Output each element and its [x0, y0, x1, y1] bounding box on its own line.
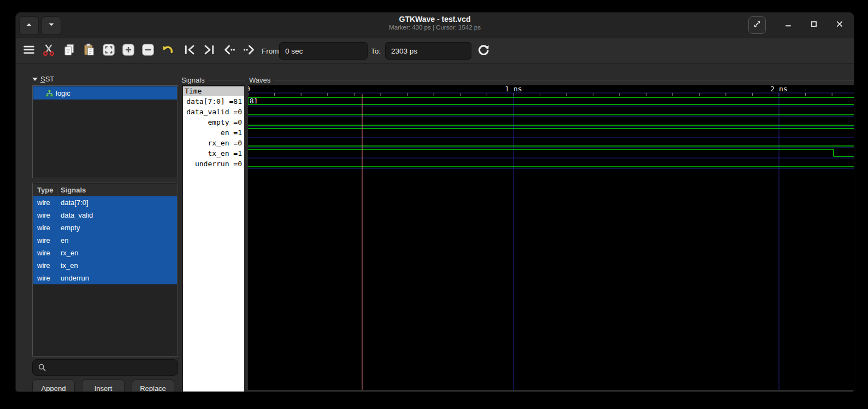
waves-frame-line — [274, 80, 854, 80]
copy-button[interactable] — [61, 42, 78, 60]
zoom-in-button[interactable] — [120, 42, 137, 60]
sst-header[interactable]: SST — [32, 75, 54, 83]
cut-button[interactable] — [40, 42, 57, 60]
sst-tree-panel: logic — [32, 85, 178, 178]
svg-text:1 ns: 1 ns — [505, 85, 522, 93]
signal-table-row[interactable]: wiredata_valid — [33, 209, 177, 221]
signal-table-row[interactable]: wireempty — [33, 221, 177, 234]
from-time-input[interactable] — [279, 42, 368, 60]
shift-right-icon — [243, 43, 257, 59]
shift-right-button[interactable] — [241, 42, 258, 60]
maximize-icon — [808, 18, 820, 32]
window-controls — [748, 13, 846, 38]
shift-left-button[interactable] — [220, 42, 238, 60]
signal-name: rx_en — [61, 247, 79, 259]
signal-table-row[interactable]: wireunderrun — [33, 272, 177, 284]
screenshot-stage: GTKWave - test.vcd Marker: 430 ps | Curs… — [0, 0, 868, 409]
zoom-out-icon — [141, 43, 155, 59]
menu-button[interactable] — [20, 42, 38, 60]
zoom-out-button[interactable] — [139, 42, 157, 60]
zoom-in-icon — [121, 43, 135, 59]
append-button[interactable]: Append — [32, 379, 75, 392]
skip-to-end-button[interactable] — [200, 42, 218, 60]
paste-button[interactable] — [80, 42, 98, 60]
signal-name: empty — [61, 221, 80, 234]
signal-value-row[interactable]: empty =0 — [183, 117, 244, 127]
scroll-up-button[interactable] — [19, 16, 39, 35]
signal-name: underrun — [61, 272, 89, 284]
signals-frame-line — [208, 80, 245, 80]
hierarchy-icon — [45, 89, 54, 97]
insert-button[interactable]: Insert — [82, 379, 125, 392]
column-divider[interactable] — [57, 185, 57, 195]
scroll-down-button[interactable] — [42, 16, 61, 35]
window-title: GTKWave - test.vcd — [16, 15, 854, 24]
signal-name: en — [61, 234, 68, 247]
signal-value-row[interactable]: data[7:0] =81 — [183, 96, 244, 107]
from-label: From: — [262, 38, 281, 63]
close-icon — [834, 18, 846, 32]
signal-table-row[interactable]: wiretx_en — [33, 259, 177, 272]
shift-left-icon — [222, 43, 236, 59]
toolbar: From: To: — [16, 38, 854, 64]
signal-type: wire — [37, 272, 50, 284]
expand-window-icon — [751, 18, 763, 32]
skip-to-end-icon — [202, 43, 216, 59]
undo-icon — [161, 43, 175, 59]
titlebar: GTKWave - test.vcd Marker: 430 ps | Curs… — [16, 13, 854, 38]
skip-to-start-button[interactable] — [181, 42, 198, 60]
maximize-button[interactable] — [807, 19, 820, 32]
time-header[interactable]: Time — [183, 86, 244, 96]
title-block: GTKWave - test.vcd Marker: 430 ps | Curs… — [16, 15, 854, 31]
svg-text:2 ns: 2 ns — [770, 85, 787, 93]
zoom-fit-button[interactable] — [100, 42, 117, 60]
signals-panel-label: Signals — [181, 76, 205, 84]
signal-value-row[interactable]: underrun =0 — [183, 159, 244, 169]
expand-window-button[interactable] — [748, 16, 766, 34]
sst-label: SST — [40, 75, 54, 83]
signal-name: tx_en — [61, 259, 78, 272]
signal-type: wire — [37, 196, 50, 209]
signal-type: wire — [37, 221, 50, 234]
action-buttons: Append Insert Replace — [32, 379, 174, 392]
minimize-icon — [782, 18, 794, 32]
signal-value-row[interactable]: rx_en =0 — [183, 138, 244, 148]
to-label: To: — [371, 38, 381, 63]
reload-button[interactable] — [475, 42, 492, 60]
to-time-input[interactable] — [385, 42, 471, 60]
signal-search-box[interactable] — [32, 359, 178, 376]
paste-icon — [82, 43, 96, 59]
search-input[interactable] — [48, 364, 178, 372]
tree-item-label: logic — [56, 89, 70, 97]
signal-table-row[interactable]: wiredata[7:0] — [33, 196, 177, 209]
svg-text:81: 81 — [250, 97, 258, 105]
minimize-button[interactable] — [782, 19, 795, 32]
zoom-fit-icon — [102, 43, 116, 59]
signal-type: wire — [37, 234, 50, 247]
reload-icon — [476, 43, 491, 59]
signals-panel: Time data[7:0] =81data_valid =0empty =0e… — [182, 85, 245, 392]
replace-button[interactable]: Replace — [132, 379, 174, 392]
waves-panel-label: Waves — [249, 76, 270, 84]
scroll-down-icon — [45, 19, 57, 33]
column-header-signals[interactable]: Signals — [61, 184, 86, 196]
signal-value-row[interactable]: data_valid =0 — [183, 107, 244, 117]
signal-name: data[7:0] — [61, 196, 88, 209]
marker-cursor-status: Marker: 430 ps | Cursor: 1542 ps — [16, 24, 854, 31]
signal-value-row[interactable]: en =1 — [183, 127, 244, 138]
column-header-type[interactable]: Type — [37, 184, 53, 196]
skip-to-start-icon — [182, 43, 197, 59]
gtkwave-window: GTKWave - test.vcd Marker: 430 ps | Curs… — [15, 12, 854, 392]
signal-table-row[interactable]: wireen — [33, 234, 177, 247]
wave-canvas[interactable]: 01 ns2 ns81 — [248, 85, 854, 390]
signal-value-row[interactable]: tx_en =1 — [183, 148, 244, 159]
cut-icon — [42, 43, 56, 59]
signal-name: data_valid — [61, 209, 93, 221]
signals-name-list[interactable]: Time data[7:0] =81data_valid =0empty =0e… — [183, 86, 244, 392]
undo-button[interactable] — [159, 42, 176, 60]
sst-expander-icon — [32, 78, 38, 81]
close-button[interactable] — [833, 19, 846, 32]
tree-item-logic[interactable]: logic — [33, 86, 177, 100]
signal-table-row[interactable]: wirerx_en — [33, 247, 177, 259]
signal-table-panel: Type Signals wiredata[7:0]wiredata_valid… — [32, 183, 178, 357]
